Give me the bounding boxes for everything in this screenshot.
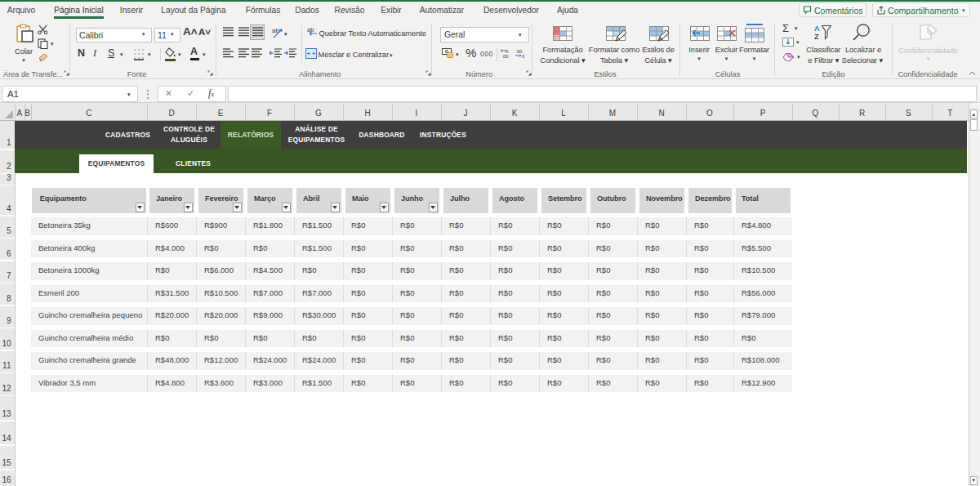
svg-text:A: A [814, 25, 820, 33]
svg-text:0: 0 [522, 54, 525, 59]
svg-text:.00: .00 [501, 54, 509, 59]
svg-text:.00: .00 [515, 49, 523, 54]
svg-text:Z: Z [814, 33, 819, 41]
